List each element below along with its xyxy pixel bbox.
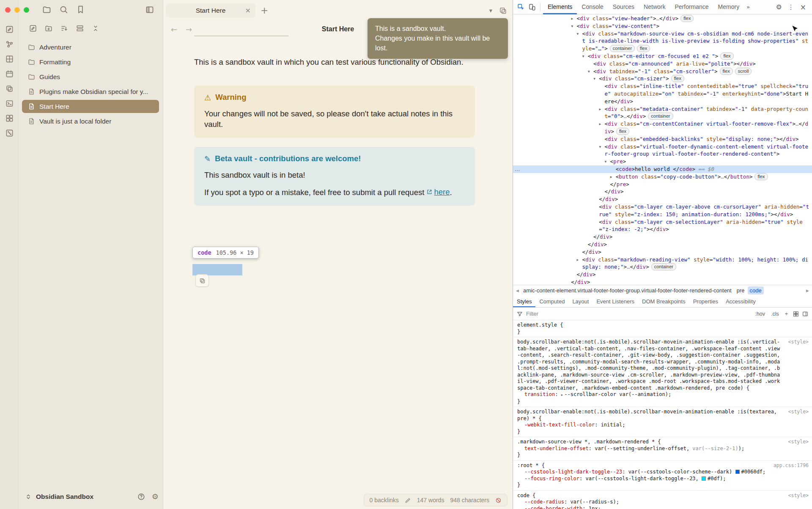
rule-selector[interactable]: code { xyxy=(517,492,809,499)
bookmark-button[interactable] xyxy=(76,5,85,16)
expand-shorthand-icon[interactable]: ▸ xyxy=(561,393,563,397)
search-button[interactable] xyxy=(59,5,68,16)
badge-flex[interactable]: flex xyxy=(680,15,694,22)
styles-tab-layout[interactable]: Layout xyxy=(568,296,593,308)
stylesheet-link[interactable]: <style> xyxy=(788,439,809,446)
copy-code-button[interactable] xyxy=(195,274,209,287)
dom-tree-node[interactable]: </div> xyxy=(513,233,812,241)
devtools-tab-sources[interactable]: Sources xyxy=(608,0,639,14)
expand-arrow-icon[interactable]: ▾ xyxy=(593,75,599,83)
dom-tree-node[interactable]: <div class="inline-title" contenteditabl… xyxy=(513,83,812,105)
devtools-tab-memory[interactable]: Memory xyxy=(713,0,744,14)
tab-close-icon[interactable]: × xyxy=(245,6,251,14)
device-toolbar-button[interactable] xyxy=(527,2,538,13)
close-window-button[interactable] xyxy=(5,7,11,13)
new-tab-button[interactable]: + xyxy=(261,6,268,15)
expand-arrow-icon[interactable]: ▾ xyxy=(577,30,582,38)
css-declaration[interactable]: --csstools-light-dark-toggle--23: var(--… xyxy=(517,469,809,476)
dom-tree-node[interactable]: </pre> xyxy=(513,181,812,188)
collapse-arrow-icon[interactable]: ▸ xyxy=(610,173,616,181)
dom-tree-node[interactable]: </div> xyxy=(513,188,812,195)
styles-tab-computed[interactable]: Computed xyxy=(535,296,568,308)
badge-container[interactable]: container xyxy=(648,113,673,120)
devtools-tab-network[interactable]: Network xyxy=(639,0,670,14)
badge-flex[interactable]: flex xyxy=(671,75,684,82)
dom-tree-node[interactable]: </div> xyxy=(513,241,812,248)
dom-tree-node[interactable]: …<code>hello world </code> == $0 xyxy=(513,165,812,173)
more-actions-icon[interactable]: … xyxy=(515,165,520,173)
dom-tree-node[interactable]: </div> xyxy=(513,271,812,278)
new-style-rule-button[interactable]: + xyxy=(783,310,790,318)
stylesheet-link[interactable]: app.css:1796 xyxy=(774,462,809,469)
graph-view-button[interactable] xyxy=(5,39,14,49)
badge-flex[interactable]: flex xyxy=(720,68,733,75)
new-note-button[interactable] xyxy=(28,23,38,33)
badge-container[interactable]: container xyxy=(651,263,676,270)
dom-tree-node[interactable]: ▸<div class="view-header">…</div>flex xyxy=(513,15,812,22)
breadcrumb-item[interactable]: pre xyxy=(735,286,747,294)
stylesheet-link[interactable]: <style> xyxy=(788,492,809,499)
new-folder-button[interactable] xyxy=(44,23,54,33)
dom-tree-node[interactable]: <div class="cm-layer cm-selectionLayer" … xyxy=(513,218,812,234)
collapse-arrow-icon[interactable]: ▸ xyxy=(571,15,576,22)
zoom-window-button[interactable] xyxy=(24,7,29,13)
more-tabs-icon[interactable]: » xyxy=(744,4,752,10)
dom-tree-node[interactable]: ▾<div tabindex="-1" class="cm-scroller">… xyxy=(513,68,812,75)
stylesheet-link[interactable]: <style> xyxy=(788,409,809,415)
dom-tree-node[interactable]: ▸<button class="copy-code-button">…</but… xyxy=(513,173,812,181)
devtools-settings-gear-icon[interactable]: ⚙ xyxy=(776,3,782,11)
badge-container[interactable]: container xyxy=(610,45,635,52)
dom-tree-node[interactable]: ▸<div class="cm-contentContainer virtual… xyxy=(513,120,812,135)
rule-selector[interactable]: element.style { xyxy=(517,322,809,329)
collapse-all-button[interactable] xyxy=(91,23,101,33)
expand-arrow-icon[interactable]: ▾ xyxy=(582,52,588,60)
breadcrumb-item[interactable]: code xyxy=(748,286,764,294)
crumb-scroll-right-icon[interactable]: ▶ xyxy=(805,289,810,293)
rendering-grid-icon[interactable] xyxy=(793,311,799,317)
vault-folder-button[interactable] xyxy=(42,5,51,16)
dom-tree-node[interactable]: ▸<div class="metadata-container" tabinde… xyxy=(513,105,812,121)
tree-item-folder[interactable]: Guides xyxy=(22,70,159,83)
tab-list-chevron-icon[interactable]: ▾ xyxy=(489,7,492,14)
computed-panel-icon[interactable] xyxy=(802,311,808,317)
styles-tab-styles[interactable]: Styles xyxy=(513,296,535,308)
dom-tree-node[interactable]: ▸<div class="markdown-reading-view" styl… xyxy=(513,256,812,271)
crumb-scroll-left-icon[interactable]: ◀ xyxy=(515,289,520,293)
expand-arrow-icon[interactable]: ▾ xyxy=(571,22,576,30)
css-declaration[interactable]: --code-border-width: 1px; xyxy=(517,506,809,509)
random-note-button[interactable] xyxy=(5,128,14,138)
stylesheet-link[interactable]: <style> xyxy=(788,339,809,346)
sort-order-button[interactable] xyxy=(59,23,69,33)
new-note-button[interactable] xyxy=(5,25,14,34)
devtools-close-icon[interactable]: × xyxy=(800,3,806,11)
badge-flex[interactable]: flex xyxy=(637,45,650,52)
collapse-arrow-icon[interactable]: ▸ xyxy=(599,105,604,113)
dom-tree-node[interactable]: </div> xyxy=(513,248,812,256)
badge-scroll[interactable]: scroll xyxy=(735,68,752,75)
dom-tree-node[interactable]: <div class="cm-announced" aria-live="pol… xyxy=(513,60,812,68)
css-declaration[interactable]: --code-radius: var(--radius-s); xyxy=(517,499,809,506)
canvas-button[interactable] xyxy=(5,54,14,63)
color-swatch[interactable] xyxy=(702,476,706,481)
backlinks-count[interactable]: 0 backlinks xyxy=(370,497,399,503)
badge-flex[interactable]: flex xyxy=(754,173,768,180)
settings-gear-icon[interactable]: ⚙ xyxy=(152,493,159,501)
change-view-button[interactable] xyxy=(75,23,85,33)
tree-item-file[interactable]: Vault is just a local folder xyxy=(22,115,159,128)
badge-flex[interactable]: flex xyxy=(720,52,733,60)
devtools-kebab-menu-icon[interactable]: ⋮ xyxy=(788,3,794,11)
dom-tree-node[interactable]: ▾<div class="view-content"> xyxy=(513,22,812,30)
expand-arrow-icon[interactable]: ▾ xyxy=(588,68,593,75)
dom-tree-node[interactable]: </div> xyxy=(513,195,812,203)
css-declaration[interactable]: transition: ▸--scrollbar-color var(--ani… xyxy=(517,391,809,399)
tab-start-here[interactable]: Start Here × xyxy=(166,3,255,18)
tree-item-file[interactable]: Start Here xyxy=(22,100,159,113)
dom-tree-node[interactable]: ▾<div class="virtual-footer-dynamic-cont… xyxy=(513,143,812,158)
sandbox-notice[interactable]: This is a sandbox vault. Changes you mak… xyxy=(368,18,508,59)
styles-tab-properties[interactable]: Properties xyxy=(689,296,722,308)
rule-selector[interactable]: :root * { xyxy=(517,462,809,469)
stacked-tabs-icon[interactable] xyxy=(499,7,507,14)
dom-tree-node[interactable]: <div class="cm-layer cm-layer-above cm-c… xyxy=(513,203,812,218)
tree-item-folder[interactable]: Adventurer xyxy=(22,41,159,54)
templates-button[interactable] xyxy=(5,84,14,93)
